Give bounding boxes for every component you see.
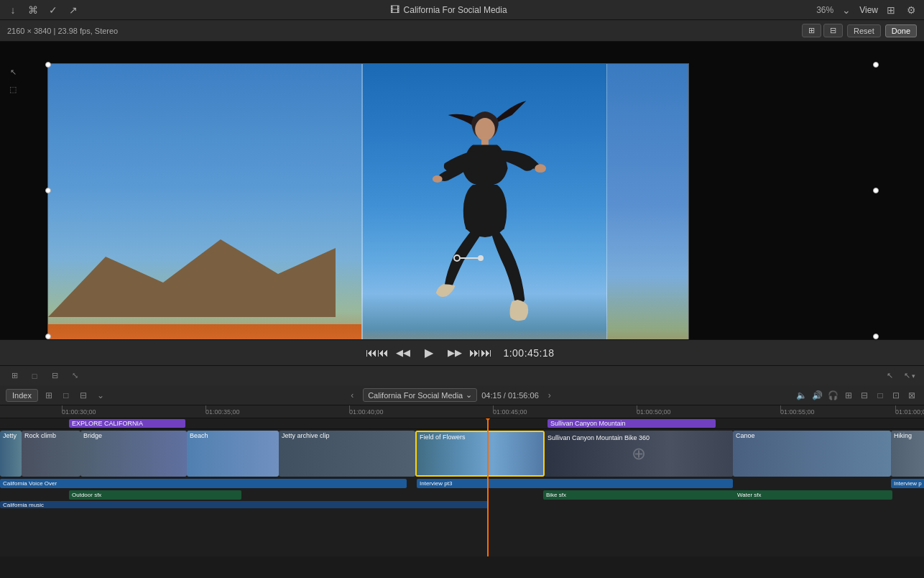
audio-vol-1[interactable]: 🔈 — [795, 389, 808, 402]
clip-voice-over[interactable]: California Voice Over — [0, 479, 407, 488]
settings-icon[interactable]: ⚙ — [904, 3, 918, 17]
reset-button[interactable]: Reset — [847, 24, 881, 37]
crop-handle-bottom-left[interactable] — [45, 334, 51, 339]
timeline-section: Index ⊞ □ ⊟ ⌄ ‹ California For Social Me… — [0, 385, 924, 556]
crop-handle-bottom-right[interactable] — [873, 334, 879, 339]
title-clip-sullivan[interactable]: Sullivan Canyon Mountain — [548, 419, 716, 428]
video-track: Jetty Rock climb Bridge Beach Jetty arch… — [0, 428, 924, 477]
ruler-tick-4: 01:00:45;00 — [493, 405, 527, 418]
export-icon[interactable] — [66, 3, 80, 17]
time-ruler: 01:00:30;00 01:00:35;00 01:00:40;00 01:0… — [0, 405, 924, 418]
toolbar-right: 36% ⌄ View ⚙ — [816, 3, 918, 17]
ruler-tick-6: 01:00:55;00 — [780, 405, 815, 418]
clip-hiking[interactable]: Hiking — [891, 431, 924, 477]
pan-handle-ring — [453, 254, 461, 262]
cursor-icon[interactable]: ↖ — [882, 369, 897, 383]
grid-icon[interactable] — [884, 3, 898, 17]
clip-california-music[interactable]: California music — [0, 501, 489, 508]
clip-bridge[interactable]: Bridge — [80, 431, 187, 477]
zoom-level: 36% — [816, 5, 833, 15]
next-chapter[interactable]: › — [543, 389, 556, 402]
prev-chapter[interactable]: ‹ — [346, 389, 359, 402]
video-background — [47, 63, 689, 339]
video-canvas: ↖ ⬚ — [0, 42, 924, 339]
tl-btn-2[interactable]: ⊟ — [858, 389, 871, 402]
clip-water-sfx[interactable]: Water sfx — [734, 490, 892, 500]
tl-btn-3[interactable]: □ — [874, 389, 887, 402]
view-mode-1[interactable]: ⊞ — [7, 369, 22, 383]
clip-sullivan-mountain[interactable]: Sullivan Canyon Mountain Bike 360 ⊕ — [545, 431, 733, 477]
top-toolbar: 🎞 California For Social Media 36% ⌄ View… — [0, 0, 924, 20]
ruler-tick-1: 01:00:30;00 — [62, 405, 96, 418]
crop-handle-top-left[interactable] — [45, 62, 51, 68]
clip-metadata: 2160 × 3840 | 23.98 fps, Stereo — [7, 27, 118, 35]
svg-point-4 — [535, 164, 546, 173]
pan-handle[interactable] — [453, 254, 484, 262]
clip-interview-p[interactable]: Interview p — [891, 479, 924, 488]
tl-icon-1[interactable]: ⊞ — [42, 389, 55, 402]
crop-handle-top-right[interactable] — [873, 62, 879, 68]
clip-canoe[interactable]: Canoe — [733, 431, 891, 477]
tl-dropdown[interactable]: ⌄ — [94, 389, 107, 402]
app-title-area: 🎞 California For Social Media — [86, 4, 810, 15]
project-selector-label: California For Social Media — [368, 391, 463, 400]
viewer-controls-right: ⊞ ⊟ Reset Done — [802, 24, 917, 37]
clip-jetty[interactable]: Jetty — [0, 431, 22, 477]
rewind-button[interactable]: ◀◀ — [395, 345, 411, 361]
viewer-left-controls: ↖ ⬚ — [6, 65, 20, 96]
tl-icon-3[interactable]: ⊟ — [77, 389, 90, 402]
clip-outdoor-sfx[interactable]: Outdoor sfx — [69, 490, 241, 500]
view-toggle-btn-1[interactable]: ⊞ — [802, 24, 821, 37]
tl-btn-4[interactable]: ⊡ — [890, 389, 902, 402]
title-clip-explore[interactable]: EXPLORE CALIFORNIA — [69, 419, 185, 428]
skip-back-button[interactable]: ⏮ — [369, 345, 385, 361]
mountain-silhouette — [48, 231, 336, 317]
headphones-icon[interactable]: 🎧 — [826, 389, 839, 402]
zoom-dropdown-icon[interactable]: ⌄ — [839, 3, 854, 17]
viewer-playback-bar: ⏮ ◀◀ ▶ ▶▶ ⏭ 1:00:45:18 — [0, 339, 924, 365]
clip-bike-sfx[interactable]: Bike sfx — [543, 490, 736, 500]
clip-rockclimb[interactable]: Rock climb — [22, 431, 80, 477]
clip-jetty-archive[interactable]: Jetty archive clip — [279, 431, 415, 477]
download-icon[interactable] — [6, 3, 20, 17]
fast-forward-button[interactable]: ▶▶ — [447, 345, 463, 361]
playback-controls: ⏮ ◀◀ ▶ ▶▶ ⏭ — [369, 345, 489, 361]
view-toggle-btn-2[interactable]: ⊟ — [823, 24, 843, 37]
pan-handle-line — [461, 257, 478, 259]
svg-point-2 — [475, 118, 495, 141]
view-mode-2[interactable]: □ — [27, 369, 42, 383]
cursor-tool[interactable]: ↖ — [6, 65, 20, 79]
timecode-display: 1:00:45:18 — [503, 347, 554, 359]
check-icon[interactable] — [46, 3, 60, 17]
audio-track-vo: California Voice Over Interview pt3 Inte… — [0, 477, 924, 489]
link-icon[interactable] — [26, 3, 40, 17]
landscape-left — [48, 64, 361, 339]
clip-beach[interactable]: Beach — [187, 431, 279, 477]
audio-vol-2[interactable]: 🔊 — [810, 389, 823, 402]
view-mode-3[interactable]: ⊟ — [47, 369, 62, 383]
clip-field-of-flowers[interactable]: Field of Flowers — [415, 431, 545, 477]
select-icon[interactable]: ↖▾ — [902, 369, 917, 383]
tl-settings[interactable]: ⊠ — [905, 389, 918, 402]
tl-btn-1[interactable]: ⊞ — [842, 389, 855, 402]
viewer-section: 2160 × 3840 | 23.98 fps, Stereo ⊞ ⊟ Rese… — [0, 20, 924, 385]
done-button[interactable]: Done — [885, 24, 917, 37]
app-title: California For Social Media — [404, 5, 507, 15]
portrait-crop[interactable] — [361, 64, 608, 339]
sfx-track: Outdoor sfx Bike sfx Water sfx — [0, 489, 924, 500]
tl-icon-2[interactable]: □ — [60, 389, 73, 402]
project-selector[interactable]: California For Social Media ⌄ — [363, 388, 477, 402]
crop-handle-left[interactable] — [45, 188, 51, 193]
skip-forward-button[interactable]: ⏭ — [473, 345, 489, 361]
crop-tool[interactable]: ⬚ — [6, 82, 20, 96]
transform-icon[interactable]: ⤡ — [68, 369, 82, 383]
index-button[interactable]: Index — [6, 389, 38, 402]
timeline-toolbar: Index ⊞ □ ⊟ ⌄ ‹ California For Social Me… — [0, 385, 924, 405]
view-button[interactable]: View — [859, 5, 878, 15]
clip-interview-pt3[interactable]: Interview pt3 — [417, 479, 733, 488]
viewer-bottom-bar: ⊞ □ ⊟ ⤡ ↖ ↖▾ — [0, 365, 924, 385]
viewer-topbar: 2160 × 3840 | 23.98 fps, Stereo ⊞ ⊟ Rese… — [0, 20, 924, 42]
crop-handle-right[interactable] — [873, 188, 879, 193]
play-button[interactable]: ▶ — [421, 345, 437, 361]
timeline-toolbar-left: Index ⊞ □ ⊟ ⌄ — [6, 389, 107, 402]
